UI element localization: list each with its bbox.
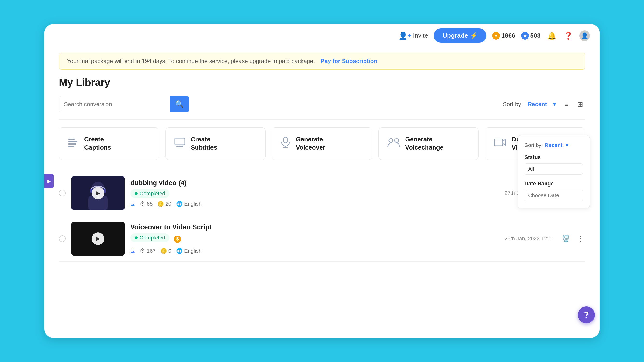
meta-clock-2: ⏱ 167 (140, 248, 156, 254)
invite-button[interactable]: 👤+ Invite (398, 31, 428, 40)
globe-icon-1: 🌐 (176, 201, 183, 207)
svg-rect-19 (131, 205, 135, 206)
duration-2: 167 (147, 248, 156, 254)
list-icon: ≡ (564, 100, 568, 108)
video-date-2: 25th Jan, 2023 12:01 (504, 236, 554, 242)
play-button-2[interactable]: ▶ (92, 232, 104, 245)
gems-value: 503 (530, 32, 541, 39)
bell-icon: 🔔 (548, 31, 556, 40)
generate-voiceover-label: GenerateVoiceover (296, 136, 325, 152)
create-subtitles-card[interactable]: CreateSubtitles (165, 128, 266, 160)
grid-icon: ⊞ (577, 100, 583, 108)
svg-point-11 (395, 138, 398, 142)
status-text-1: Completed (140, 190, 165, 197)
row-select-2[interactable] (59, 235, 66, 242)
credits-value-1: 20 (165, 201, 171, 207)
coins-value: 1866 (501, 32, 515, 39)
globe-icon-2: 🌐 (176, 248, 183, 254)
date-range-input[interactable] (524, 190, 583, 201)
page-title: My Library (59, 77, 585, 88)
people-icon (388, 138, 400, 150)
help-fab[interactable]: ? (578, 306, 595, 324)
row-select-1[interactable] (59, 190, 66, 196)
search-input[interactable] (59, 97, 170, 112)
chevron-right-icon: ▶ (47, 178, 51, 184)
more-vertical-icon-2: ⋮ (577, 235, 584, 242)
svg-rect-6 (176, 146, 184, 147)
help-fab-icon: ? (584, 310, 589, 320)
outer-container: ▶ 👤+ Invite Upgrade ⚡ ● 1866 ◆ 503 🔔 (0, 0, 644, 362)
upgrade-button[interactable]: Upgrade ⚡ (434, 28, 486, 43)
create-captions-label: CreateCaptions (84, 136, 111, 152)
filter-sort-value[interactable]: Recent (545, 142, 562, 148)
filter-status-title: Status (524, 154, 583, 160)
video-info-2: Voiceover to Video Script Completed $ (130, 223, 499, 254)
monitor-icon (174, 138, 186, 150)
download-icon-2 (130, 248, 135, 254)
search-button[interactable]: 🔍 (170, 96, 189, 112)
pay-subscription-link[interactable]: Pay for Subscription (320, 58, 377, 64)
video-title-1: dubbing video (4) (130, 179, 499, 187)
filter-date-title: Date Range (524, 180, 583, 187)
blue-gem-icon: ◆ (521, 32, 529, 40)
lines-icon (68, 138, 79, 150)
svg-point-10 (389, 138, 393, 142)
table-row: ▶ dubbing video (4) Completed (59, 170, 585, 216)
list-view-button[interactable]: ≡ (562, 99, 570, 109)
language-2: English (184, 248, 202, 254)
gold-coin-icon: ● (492, 32, 500, 40)
gems-display: ◆ 503 (521, 32, 541, 40)
status-select[interactable]: All Completed Processing (524, 164, 583, 175)
status-badge-1: Completed (130, 189, 170, 198)
filter-panel: Sort by: Recent ▼ Status All Completed P… (518, 135, 590, 208)
svg-rect-0 (68, 138, 75, 140)
status-text-2: Completed (140, 234, 165, 241)
divider (59, 120, 585, 120)
filter-sort-row: Sort by: Recent ▼ (524, 142, 583, 148)
filter-sort-chevron-icon: ▼ (564, 142, 570, 148)
meta-language-1: 🌐 English (176, 201, 202, 207)
coin-icon-1: 🪙 (158, 201, 164, 207)
coin-icon-2: 🪙 (160, 248, 167, 254)
notifications-button[interactable]: 🔔 (546, 30, 557, 41)
video-title-2: Voiceover to Video Script (130, 223, 499, 231)
banner-text: Your trial package will end in 194 days.… (67, 58, 315, 64)
create-subtitles-label: CreateSubtitles (191, 136, 217, 152)
video-icon (494, 138, 506, 150)
coins-display: ● 1866 (492, 32, 515, 40)
video-actions-2: 🗑️ ⋮ (560, 233, 585, 244)
trial-banner: Your trial package will end in 194 days.… (59, 52, 585, 70)
help-button[interactable]: ❓ (563, 30, 574, 41)
sort-chevron-icon: ▼ (552, 101, 558, 108)
svg-rect-4 (175, 138, 185, 145)
sort-label: Sort by: (503, 101, 523, 108)
video-meta-1: ⏱ 65 🪙 20 🌐 English (130, 201, 499, 207)
svg-rect-1 (68, 141, 78, 142)
clock-icon-1: ⏱ (140, 201, 145, 207)
generate-voicechange-card[interactable]: GenerateVoicechange (378, 128, 479, 160)
grid-view-button[interactable]: ⊞ (575, 99, 585, 109)
video-list: ▶ dubbing video (4) Completed (59, 170, 585, 262)
thumbnail-2[interactable]: ▶ (72, 222, 124, 256)
svg-rect-21 (131, 252, 135, 253)
generate-voicechange-label: GenerateVoicechange (405, 136, 444, 152)
help-circle-icon: ❓ (564, 31, 573, 40)
sidebar-toggle[interactable]: ▶ (44, 174, 54, 188)
action-cards: CreateCaptions CreateSubtitles (59, 128, 585, 160)
table-row: ▶ Voiceover to Video Script Completed $ (59, 216, 585, 262)
sort-value[interactable]: Recent (528, 101, 547, 108)
delete-button-2[interactable]: 🗑️ (560, 233, 572, 244)
clock-icon-2: ⏱ (140, 248, 145, 254)
video-info-1: dubbing video (4) Completed ⏱ 65 (130, 179, 499, 207)
lightning-icon: ⚡ (470, 32, 478, 39)
play-button-1[interactable]: ▶ (92, 187, 104, 199)
svg-rect-7 (284, 137, 288, 143)
credits-value-2: 0 (168, 248, 172, 254)
create-captions-card[interactable]: CreateCaptions (59, 128, 159, 160)
thumbnail-1[interactable]: ▶ (72, 176, 124, 210)
more-options-button-2[interactable]: ⋮ (576, 233, 585, 244)
avatar[interactable]: 👤 (579, 30, 590, 41)
status-dot-1 (135, 192, 138, 195)
generate-voiceover-card[interactable]: GenerateVoiceover (272, 128, 372, 160)
header: 👤+ Invite Upgrade ⚡ ● 1866 ◆ 503 🔔 ❓ (44, 24, 600, 46)
